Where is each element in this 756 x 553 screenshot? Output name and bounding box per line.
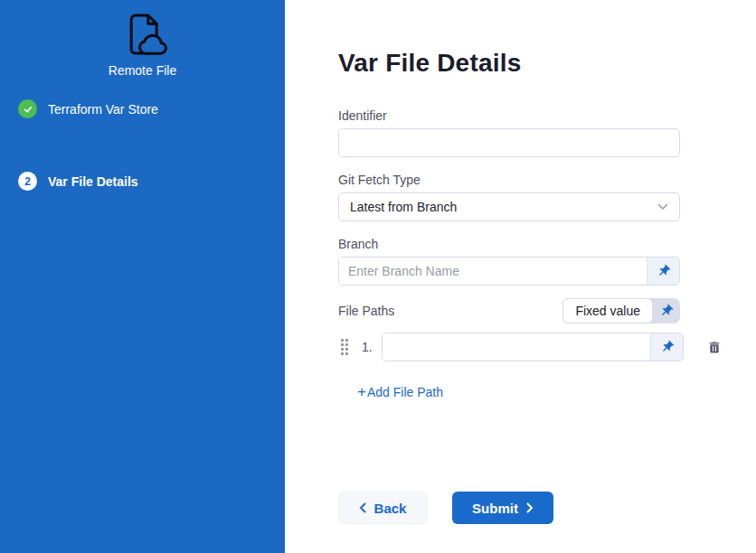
pin-icon [660, 340, 675, 354]
pin-icon [657, 264, 671, 278]
step-label: Terraform Var Store [48, 102, 158, 117]
store-type-block: Remote File [0, 9, 285, 78]
add-file-path-button[interactable]: + Add File Path [357, 383, 443, 401]
step-completed-check-icon [18, 99, 37, 118]
branch-label: Branch [338, 237, 680, 251]
back-button[interactable]: Back [338, 492, 427, 524]
file-paths-runtime-pin-button[interactable] [653, 298, 680, 323]
step-label: Var File Details [48, 174, 138, 189]
chevron-right-icon [526, 502, 534, 513]
file-path-input[interactable] [383, 333, 650, 361]
submit-button[interactable]: Submit [452, 492, 553, 524]
page-title: Var File Details [338, 49, 680, 78]
fixed-value-selector[interactable]: Fixed value [562, 298, 653, 323]
branch-input[interactable] [339, 258, 647, 285]
file-path-row-index: 1. [362, 340, 382, 354]
identifier-label: Identifier [338, 108, 680, 123]
file-path-input-wrap [382, 333, 684, 361]
branch-input-wrap [338, 257, 680, 286]
file-paths-type-group: Fixed value [562, 298, 680, 323]
submit-button-label: Submit [472, 501, 518, 516]
plus-icon: + [357, 383, 366, 401]
back-button-label: Back [374, 501, 407, 516]
pin-icon [659, 304, 674, 318]
sidebar-step-terraform-var-store[interactable]: Terraform Var Store [18, 99, 158, 118]
remote-file-icon [118, 9, 168, 60]
chevron-down-icon [657, 203, 668, 211]
store-type-label: Remote File [109, 63, 176, 78]
branch-runtime-pin-button[interactable] [647, 258, 679, 285]
git-fetch-type-select[interactable]: Latest from Branch [338, 192, 680, 221]
wizard-sidebar: Remote File Terraform Var Store 2 Var Fi… [0, 0, 285, 553]
git-fetch-type-value: Latest from Branch [350, 200, 457, 214]
var-file-details-panel: Var File Details Identifier Git Fetch Ty… [285, 0, 756, 553]
drag-handle-icon[interactable] [341, 339, 350, 355]
file-path-row: 1. [338, 333, 722, 361]
file-path-runtime-pin-button[interactable] [650, 333, 683, 361]
sidebar-step-var-file-details[interactable]: 2 Var File Details [18, 172, 138, 191]
delete-file-path-button[interactable] [707, 340, 722, 355]
add-file-path-label: Add File Path [367, 385, 443, 399]
trash-icon [707, 340, 722, 355]
file-paths-label: File Paths [338, 304, 394, 318]
chevron-left-icon [359, 502, 366, 513]
git-fetch-type-label: Git Fetch Type [338, 173, 680, 187]
identifier-input[interactable] [338, 128, 680, 157]
step-number-badge: 2 [18, 172, 37, 191]
